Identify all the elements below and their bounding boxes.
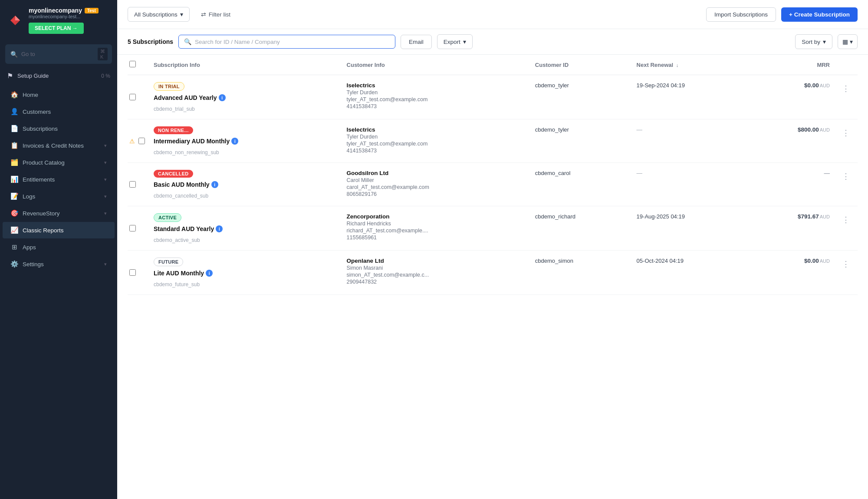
mrr-amount: $800.00 (798, 126, 819, 133)
main-content: All Subscriptions ▾ ⇄ Filter list Import… (117, 0, 868, 499)
search-bar[interactable]: 🔍 (178, 35, 395, 49)
search-input[interactable] (195, 39, 390, 45)
next-renewal-cell: — (632, 163, 750, 206)
subscription-name[interactable]: Standard AUD Yearly (154, 225, 214, 232)
sidebar-item-settings[interactable]: ⚙️ Settings ▾ (3, 256, 115, 272)
row-checkbox[interactable] (138, 138, 145, 144)
customer-company[interactable]: Goodsilron Ltd (347, 170, 526, 176)
sidebar-search-input[interactable] (21, 51, 94, 57)
subscriptions-table-container: Subscription Info Customer Info Customer… (117, 55, 868, 499)
sidebar-item-label-settings: Settings (23, 261, 100, 268)
customer-id[interactable]: cbdemo_tyler (535, 126, 569, 133)
create-subscription-button[interactable]: + Create Subscription (781, 7, 858, 22)
customer-company[interactable]: Zencorporation (347, 213, 526, 220)
sidebar-item-customers[interactable]: 👤 Customers (3, 103, 115, 120)
customer-id[interactable]: cbdemo_richard (535, 213, 575, 220)
sidebar-item-invoices[interactable]: 📋 Invoices & Credit Notes ▾ (3, 137, 115, 154)
customer-company[interactable]: Openlane Ltd (347, 258, 526, 264)
setup-guide-label: Setup Guide (17, 73, 49, 79)
row-checkbox[interactable] (129, 225, 136, 231)
customer-id-cell: cbdemo_tyler (531, 119, 632, 163)
subscription-id: cbdemo_trial_sub (154, 106, 195, 112)
import-subscriptions-button[interactable]: Import Subscriptions (706, 7, 776, 22)
customer-id[interactable]: cbdemo_tyler (535, 82, 569, 89)
info-icon[interactable]: i (206, 270, 213, 277)
export-button[interactable]: Export ▾ (437, 34, 473, 49)
setup-guide-icon: ⚑ (7, 72, 13, 80)
subscription-name[interactable]: Advanced AUD Yearly (154, 94, 217, 101)
customer-info-cell: Iselectrics Tyler Durden tyler_AT_test.c… (342, 75, 531, 119)
row-menu-button[interactable]: ⋮ (838, 258, 853, 271)
nav-icon-product-catalog: 🗂️ (10, 159, 18, 166)
row-checkbox[interactable] (129, 269, 136, 276)
info-icon[interactable]: i (211, 181, 218, 188)
company-info: myonlinecompany Test myonlinecompany-tes… (29, 7, 110, 34)
next-renewal-cell: — (632, 119, 750, 163)
filter-list-button[interactable]: ⇄ Filter list (195, 7, 237, 21)
customer-info-cell: Zencorporation Richard Hendricks richard… (342, 206, 531, 251)
sidebar-item-subscriptions[interactable]: 📄 Subscriptions (3, 120, 115, 137)
sidebar-item-product-catalog[interactable]: 🗂️ Product Catalog ▾ (3, 154, 115, 171)
row-menu-button[interactable]: ⋮ (838, 82, 853, 95)
table-header: Subscription Info Customer Info Customer… (128, 55, 858, 75)
customer-name: Tyler Durden (347, 134, 526, 140)
select-plan-button[interactable]: SELECT PLAN → (29, 23, 84, 34)
status-badge: ACTIVE (154, 213, 181, 222)
sidebar-item-home[interactable]: 🏠 Home (3, 86, 115, 103)
customer-phone: 1155685961 (347, 235, 526, 241)
sidebar-item-logs[interactable]: 📝 Logs ▾ (3, 188, 115, 205)
nav-icon-apps: ⊞ (10, 243, 18, 251)
sidebar-item-label-logs: Logs (23, 193, 100, 200)
status-badge: FUTURE (154, 258, 183, 266)
row-menu-button[interactable]: ⋮ (838, 213, 853, 226)
toolbar: 5 Subscriptions 🔍 Email Export ▾ Sort by… (117, 29, 868, 55)
customer-email: tyler_AT_test.com@example.com (347, 141, 526, 147)
subscription-name[interactable]: Intermediary AUD Monthly (154, 138, 230, 145)
th-next-renewal[interactable]: Next Renewal ↓ (632, 55, 750, 75)
sidebar-item-label-invoices: Invoices & Credit Notes (23, 142, 100, 149)
info-icon[interactable]: i (219, 94, 226, 101)
status-badge: IN TRIAL (154, 82, 184, 91)
setup-guide-item[interactable]: ⚑ Setup Guide 0 % (0, 67, 117, 84)
customer-info-cell: Iselectrics Tyler Durden tyler_AT_test.c… (342, 119, 531, 163)
row-menu-button[interactable]: ⋮ (838, 170, 853, 183)
customer-info-cell: Goodsilron Ltd Carol Miller carol_AT_tes… (342, 163, 531, 206)
table-row: ⚠ NON RENE... Intermediary AUD Monthlyi … (128, 119, 858, 163)
row-menu-button[interactable]: ⋮ (838, 126, 853, 139)
sidebar-item-label-product-catalog: Product Catalog (23, 159, 100, 166)
view-toggle-button[interactable]: ▦ ▾ (838, 34, 858, 49)
mrr-currency: AUD (820, 258, 830, 264)
sidebar-item-apps[interactable]: ⊞ Apps (3, 239, 115, 255)
nav-icon-customers: 👤 (10, 108, 18, 116)
customer-company[interactable]: Iselectrics (347, 82, 526, 89)
customer-company[interactable]: Iselectrics (347, 126, 526, 133)
sort-button[interactable]: Sort by ▾ (795, 34, 832, 49)
subscription-name[interactable]: Lite AUD Monthly (154, 270, 204, 277)
mrr-cell: $0.00AUD (750, 251, 834, 295)
customer-id[interactable]: cbdemo_carol (535, 170, 571, 176)
sidebar-item-entitlements[interactable]: 📊 Entitlements ▾ (3, 171, 115, 188)
subscription-name[interactable]: Basic AUD Monthly (154, 181, 210, 188)
sidebar-item-label-subscriptions: Subscriptions (23, 126, 107, 132)
info-icon[interactable]: i (231, 138, 238, 145)
chevron-icon: ▾ (104, 211, 107, 216)
row-checkbox-cell (128, 206, 149, 251)
sidebar-item-label-classic-reports: Classic Reports (23, 227, 107, 234)
mrr-currency: AUD (820, 127, 830, 132)
info-icon[interactable]: i (216, 225, 223, 232)
customer-id[interactable]: cbdemo_simon (535, 258, 573, 264)
sidebar-item-classic-reports[interactable]: 📈 Classic Reports (3, 222, 115, 238)
status-badge: CANCELLED (154, 170, 193, 178)
row-checkbox[interactable] (129, 181, 136, 188)
sidebar-item-revenuestory[interactable]: 🎯 RevenueStory ▾ (3, 205, 115, 221)
sidebar-search[interactable]: 🔍 ⌘ K (5, 44, 112, 64)
email-button[interactable]: Email (401, 35, 432, 49)
row-checkbox-cell (128, 251, 149, 295)
row-checkbox[interactable] (129, 94, 136, 100)
subscription-info-cell: FUTURE Lite AUD Monthlyi cbdemo_future_s… (149, 251, 342, 295)
all-subscriptions-filter[interactable]: All Subscriptions ▾ (128, 7, 190, 22)
th-subscription-info: Subscription Info (149, 55, 342, 75)
th-customer-id: Customer ID (531, 55, 632, 75)
table-row: ACTIVE Standard AUD Yearlyi cbdemo_activ… (128, 206, 858, 251)
select-all-checkbox[interactable] (129, 61, 136, 67)
